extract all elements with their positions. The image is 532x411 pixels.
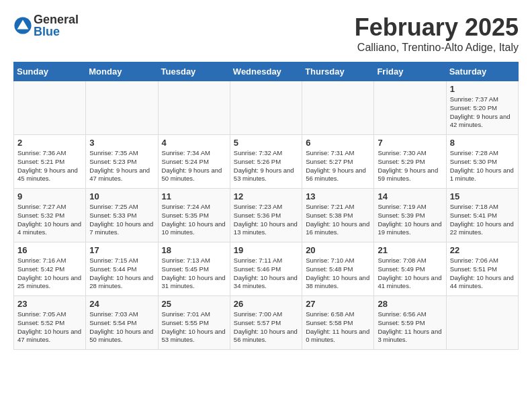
calendar-cell	[230, 81, 302, 135]
calendar-week-5: 23Sunrise: 7:05 AM Sunset: 5:52 PM Dayli…	[14, 296, 519, 350]
day-info: Sunrise: 7:30 AM Sunset: 5:29 PM Dayligh…	[378, 149, 442, 183]
day-info: Sunrise: 7:00 AM Sunset: 5:57 PM Dayligh…	[234, 310, 298, 345]
day-number: 26	[234, 299, 298, 309]
weekday-header-thursday: Thursday	[302, 62, 374, 81]
day-number: 15	[450, 191, 515, 201]
day-number: 24	[89, 299, 154, 309]
calendar-cell: 18Sunrise: 7:13 AM Sunset: 5:45 PM Dayli…	[158, 242, 230, 296]
day-info: Sunrise: 7:08 AM Sunset: 5:49 PM Dayligh…	[378, 257, 442, 291]
day-number: 6	[306, 138, 370, 148]
calendar-cell: 7Sunrise: 7:30 AM Sunset: 5:29 PM Daylig…	[374, 135, 446, 189]
day-info: Sunrise: 7:28 AM Sunset: 5:30 PM Dayligh…	[450, 149, 515, 183]
day-number: 20	[306, 245, 370, 255]
day-number: 23	[17, 299, 82, 309]
calendar-cell: 11Sunrise: 7:24 AM Sunset: 5:35 PM Dayli…	[158, 189, 230, 242]
calendar-week-1: 1Sunrise: 7:37 AM Sunset: 5:20 PM Daylig…	[14, 81, 519, 135]
day-info: Sunrise: 7:24 AM Sunset: 5:35 PM Dayligh…	[162, 203, 226, 237]
calendar-cell	[374, 81, 446, 135]
day-number: 21	[378, 245, 442, 255]
weekday-header-monday: Monday	[86, 62, 158, 81]
calendar-cell	[14, 81, 86, 135]
calendar-cell	[446, 296, 518, 350]
calendar-cell: 1Sunrise: 7:37 AM Sunset: 5:20 PM Daylig…	[446, 81, 518, 135]
calendar-cell: 3Sunrise: 7:35 AM Sunset: 5:23 PM Daylig…	[86, 135, 158, 189]
logo-icon	[13, 16, 32, 35]
day-info: Sunrise: 7:03 AM Sunset: 5:54 PM Dayligh…	[89, 310, 154, 345]
calendar-cell: 27Sunrise: 6:58 AM Sunset: 5:58 PM Dayli…	[302, 296, 374, 350]
day-info: Sunrise: 7:25 AM Sunset: 5:33 PM Dayligh…	[89, 203, 154, 237]
day-info: Sunrise: 7:05 AM Sunset: 5:52 PM Dayligh…	[17, 310, 82, 345]
calendar-cell: 4Sunrise: 7:34 AM Sunset: 5:24 PM Daylig…	[158, 135, 230, 189]
day-info: Sunrise: 7:18 AM Sunset: 5:41 PM Dayligh…	[450, 203, 515, 237]
month-year: February 2025	[355, 13, 519, 42]
day-info: Sunrise: 7:37 AM Sunset: 5:20 PM Dayligh…	[450, 95, 515, 130]
day-info: Sunrise: 6:56 AM Sunset: 5:59 PM Dayligh…	[378, 310, 442, 345]
day-number: 28	[378, 299, 442, 309]
day-number: 16	[17, 245, 82, 255]
day-number: 2	[17, 138, 82, 148]
calendar-cell	[158, 81, 230, 135]
day-number: 12	[234, 191, 298, 201]
page-header: General Blue February 2025 Calliano, Tre…	[13, 13, 519, 54]
calendar-cell: 10Sunrise: 7:25 AM Sunset: 5:33 PM Dayli…	[86, 189, 158, 242]
calendar-cell: 12Sunrise: 7:23 AM Sunset: 5:36 PM Dayli…	[230, 189, 302, 242]
day-number: 3	[89, 138, 154, 148]
calendar-cell: 15Sunrise: 7:18 AM Sunset: 5:41 PM Dayli…	[446, 189, 518, 242]
weekday-header-tuesday: Tuesday	[158, 62, 230, 81]
day-number: 8	[450, 138, 515, 148]
calendar-cell: 22Sunrise: 7:06 AM Sunset: 5:51 PM Dayli…	[446, 242, 518, 296]
day-info: Sunrise: 7:01 AM Sunset: 5:55 PM Dayligh…	[162, 310, 226, 345]
calendar-cell: 25Sunrise: 7:01 AM Sunset: 5:55 PM Dayli…	[158, 296, 230, 350]
day-number: 7	[378, 138, 442, 148]
calendar-cell: 6Sunrise: 7:31 AM Sunset: 5:27 PM Daylig…	[302, 135, 374, 189]
day-info: Sunrise: 7:31 AM Sunset: 5:27 PM Dayligh…	[306, 149, 370, 183]
calendar-cell: 13Sunrise: 7:21 AM Sunset: 5:38 PM Dayli…	[302, 189, 374, 242]
day-info: Sunrise: 7:15 AM Sunset: 5:44 PM Dayligh…	[89, 257, 154, 291]
calendar-cell: 16Sunrise: 7:16 AM Sunset: 5:42 PM Dayli…	[14, 242, 86, 296]
calendar-cell: 28Sunrise: 6:56 AM Sunset: 5:59 PM Dayli…	[374, 296, 446, 350]
logo-general-text: General	[34, 13, 79, 26]
weekday-header-saturday: Saturday	[446, 62, 518, 81]
weekday-header-sunday: Sunday	[14, 62, 86, 81]
calendar-cell: 5Sunrise: 7:32 AM Sunset: 5:26 PM Daylig…	[230, 135, 302, 189]
day-number: 5	[234, 138, 298, 148]
day-number: 27	[306, 299, 370, 309]
day-number: 19	[234, 245, 298, 255]
calendar-week-3: 9Sunrise: 7:27 AM Sunset: 5:32 PM Daylig…	[14, 189, 519, 242]
weekday-header-wednesday: Wednesday	[230, 62, 302, 81]
day-info: Sunrise: 7:21 AM Sunset: 5:38 PM Dayligh…	[306, 203, 370, 237]
calendar-cell: 9Sunrise: 7:27 AM Sunset: 5:32 PM Daylig…	[14, 189, 86, 242]
day-info: Sunrise: 7:06 AM Sunset: 5:51 PM Dayligh…	[450, 257, 515, 291]
calendar-cell	[302, 81, 374, 135]
day-info: Sunrise: 7:32 AM Sunset: 5:26 PM Dayligh…	[234, 149, 298, 183]
calendar-cell: 19Sunrise: 7:11 AM Sunset: 5:46 PM Dayli…	[230, 242, 302, 296]
logo-text: General Blue	[34, 13, 79, 38]
location: Calliano, Trentino-Alto Adige, Italy	[355, 42, 519, 54]
day-info: Sunrise: 7:13 AM Sunset: 5:45 PM Dayligh…	[162, 257, 226, 291]
calendar-header-row: SundayMondayTuesdayWednesdayThursdayFrid…	[14, 62, 519, 81]
day-number: 4	[162, 138, 226, 148]
day-info: Sunrise: 7:10 AM Sunset: 5:48 PM Dayligh…	[306, 257, 370, 291]
day-number: 9	[17, 191, 82, 201]
calendar-table: SundayMondayTuesdayWednesdayThursdayFrid…	[13, 62, 519, 350]
day-number: 17	[89, 245, 154, 255]
day-number: 13	[306, 191, 370, 201]
title-block: February 2025 Calliano, Trentino-Alto Ad…	[355, 13, 519, 54]
day-number: 22	[450, 245, 515, 255]
logo-blue-text: Blue	[34, 26, 79, 38]
day-number: 1	[450, 84, 515, 94]
calendar-cell	[86, 81, 158, 135]
calendar-cell: 21Sunrise: 7:08 AM Sunset: 5:49 PM Dayli…	[374, 242, 446, 296]
day-number: 18	[162, 245, 226, 255]
day-info: Sunrise: 7:19 AM Sunset: 5:39 PM Dayligh…	[378, 203, 442, 237]
calendar-cell: 20Sunrise: 7:10 AM Sunset: 5:48 PM Dayli…	[302, 242, 374, 296]
day-number: 10	[89, 191, 154, 201]
calendar-cell: 23Sunrise: 7:05 AM Sunset: 5:52 PM Dayli…	[14, 296, 86, 350]
calendar-cell: 8Sunrise: 7:28 AM Sunset: 5:30 PM Daylig…	[446, 135, 518, 189]
calendar-cell: 2Sunrise: 7:36 AM Sunset: 5:21 PM Daylig…	[14, 135, 86, 189]
calendar-week-4: 16Sunrise: 7:16 AM Sunset: 5:42 PM Dayli…	[14, 242, 519, 296]
day-info: Sunrise: 7:16 AM Sunset: 5:42 PM Dayligh…	[17, 257, 82, 291]
day-number: 25	[162, 299, 226, 309]
weekday-header-friday: Friday	[374, 62, 446, 81]
day-info: Sunrise: 7:35 AM Sunset: 5:23 PM Dayligh…	[89, 149, 154, 183]
